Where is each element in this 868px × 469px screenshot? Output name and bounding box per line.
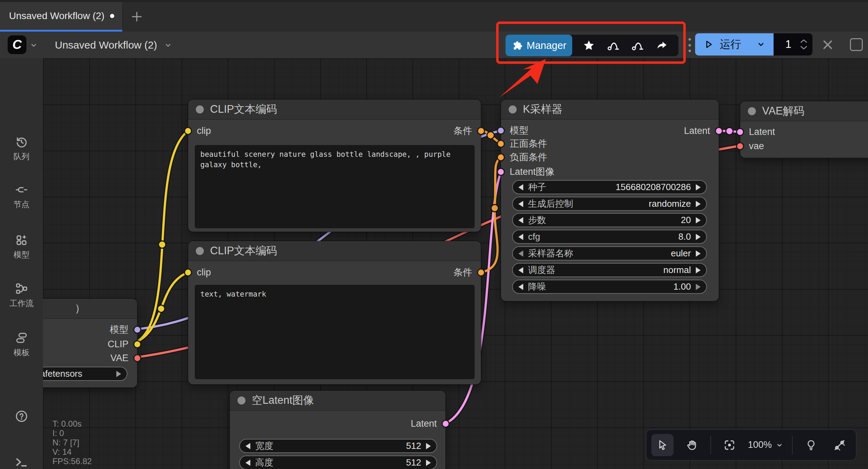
output-port-latent[interactable]: Latent	[684, 126, 723, 136]
node-clip-text-encode-positive[interactable]: CLIP文本编码 clip 条件 beautiful scenery natur…	[188, 100, 481, 232]
logo-menu-chevron-icon[interactable]	[29, 41, 38, 51]
node-canvas[interactable]: ） 模型 CLIP VAE p16.safetensors CLIP文本编码 c…	[43, 58, 868, 469]
widget-width[interactable]: 宽度 512	[239, 439, 437, 453]
input-port-clip[interactable]: clip	[184, 126, 211, 136]
decrement-arrow-icon[interactable]	[245, 460, 250, 466]
decrement-arrow-icon[interactable]	[518, 250, 523, 257]
input-port-positive[interactable]: 正面条件	[497, 138, 547, 149]
widget-cfg[interactable]: cfg 8.0	[512, 230, 707, 244]
toggle-link-visibility-button[interactable]	[801, 435, 821, 455]
increment-arrow-icon[interactable]	[426, 443, 431, 449]
port-dot-latent[interactable]	[442, 420, 450, 428]
comfyui-logo[interactable]: C	[8, 35, 26, 54]
sidebar-item-nodes[interactable]: 节点	[0, 183, 43, 210]
port-dot-vae[interactable]	[736, 142, 744, 150]
sidebar-item-help[interactable]	[0, 409, 43, 423]
input-port-latent[interactable]: Latent	[736, 127, 775, 137]
decrement-arrow-icon[interactable]	[518, 217, 523, 223]
new-workflow-tab-button[interactable]	[127, 7, 147, 26]
sidebar-item-models[interactable]: 模型	[0, 233, 43, 260]
output-port-clip[interactable]: CLIP	[108, 339, 141, 349]
toggle-links-button[interactable]	[829, 435, 850, 455]
input-port-clip[interactable]: clip	[184, 267, 211, 278]
port-dot-latent[interactable]	[736, 128, 744, 136]
port-dot-clip[interactable]	[184, 268, 192, 276]
increment-arrow-icon[interactable]	[696, 250, 701, 257]
stepper-up-icon[interactable]	[800, 39, 808, 43]
port-dot-clip[interactable]	[133, 340, 141, 348]
widget-height[interactable]: 高度 512	[239, 455, 437, 469]
decrement-arrow-icon[interactable]	[245, 443, 250, 449]
input-port-latent-image[interactable]: Latent图像	[497, 167, 554, 177]
share-button[interactable]	[654, 38, 669, 53]
output-port-model[interactable]: 模型	[110, 324, 141, 335]
sidebar-item-templates[interactable]: 模板	[0, 331, 43, 358]
zoom-level-dropdown[interactable]: 100%	[748, 440, 784, 450]
manager-button[interactable]: Manager	[506, 35, 572, 56]
port-dot-conditioning[interactable]	[477, 268, 485, 276]
node-title-bar[interactable]: ）	[43, 299, 137, 319]
output-port-latent[interactable]: Latent	[411, 418, 450, 429]
increment-arrow-icon[interactable]	[116, 371, 121, 377]
node-checkpoint-loader[interactable]: ） 模型 CLIP VAE p16.safetensors	[43, 299, 137, 387]
increment-arrow-icon[interactable]	[696, 184, 701, 190]
input-port-model[interactable]: 模型	[497, 125, 528, 136]
port-dot-conditioning[interactable]	[497, 153, 505, 161]
node-title-bar[interactable]: K采样器	[501, 100, 719, 120]
node-title-bar[interactable]: VAE解码	[740, 101, 868, 121]
decrement-arrow-icon[interactable]	[518, 201, 523, 207]
node-empty-latent-image[interactable]: 空Latent图像 Latent 宽度 512 高度 512	[230, 391, 445, 469]
widget-ckpt-name[interactable]: p16.safetensors	[43, 367, 127, 381]
prompt-textarea[interactable]: text, watermark	[195, 285, 475, 379]
clean-workflow-button[interactable]	[606, 38, 621, 53]
increment-arrow-icon[interactable]	[696, 267, 701, 273]
clean-all-button[interactable]	[630, 38, 645, 53]
port-dot-clip[interactable]	[184, 127, 192, 135]
widget-steps[interactable]: 步数 20	[512, 213, 707, 227]
node-ksampler[interactable]: K采样器 模型 正面条件 负面条件 Latent图像 Latent 种子 156…	[501, 100, 719, 301]
run-options-chevron-icon[interactable]	[757, 39, 765, 50]
workflow-title-dropdown[interactable]: Unsaved Workflow (2)	[55, 32, 173, 58]
widget-denoise[interactable]: 降噪 1.00	[512, 280, 707, 294]
port-dot-vae[interactable]	[133, 354, 141, 362]
select-tool-button[interactable]	[651, 434, 674, 456]
node-title-bar[interactable]: CLIP文本编码	[188, 241, 481, 261]
node-title-bar[interactable]: 空Latent图像	[230, 391, 445, 411]
pan-tool-button[interactable]	[682, 435, 702, 455]
node-vae-decode[interactable]: VAE解码 Latent vae 图像	[740, 101, 868, 158]
batch-count-input[interactable]: 1	[774, 33, 812, 56]
widget-scheduler[interactable]: 调度器 normal	[512, 263, 707, 277]
port-dot-model[interactable]	[497, 127, 505, 135]
output-port-vae[interactable]: VAE	[110, 353, 141, 363]
input-port-vae[interactable]: vae	[736, 141, 764, 151]
fit-view-button[interactable]	[719, 435, 740, 455]
sidebar-item-workflows[interactable]: 工作流	[0, 282, 43, 309]
port-dot-latent[interactable]	[715, 127, 723, 135]
node-clip-text-encode-negative[interactable]: CLIP文本编码 clip 条件 text, watermark	[188, 241, 481, 384]
sidebar-item-queue[interactable]: 队列	[0, 135, 43, 162]
increment-arrow-icon[interactable]	[696, 201, 701, 207]
increment-arrow-icon[interactable]	[696, 217, 701, 223]
cancel-run-button[interactable]	[821, 38, 835, 52]
prompt-textarea[interactable]: beautiful scenery nature glass bottle la…	[195, 145, 475, 228]
port-dot-model[interactable]	[133, 326, 141, 334]
decrement-arrow-icon[interactable]	[518, 184, 523, 190]
favorites-button[interactable]	[581, 38, 596, 53]
node-title-bar[interactable]: CLIP文本编码	[188, 100, 481, 120]
increment-arrow-icon[interactable]	[696, 234, 701, 240]
widget-control-after-generate[interactable]: 生成后控制 randomize	[512, 197, 707, 211]
run-button[interactable]: 运行	[695, 33, 774, 56]
decrement-arrow-icon[interactable]	[518, 234, 523, 240]
stop-button[interactable]	[850, 38, 863, 51]
increment-arrow-icon[interactable]	[426, 460, 431, 466]
decrement-arrow-icon[interactable]	[518, 284, 523, 290]
stepper-down-icon[interactable]	[800, 45, 808, 50]
widget-sampler-name[interactable]: 采样器名称 euler	[512, 246, 707, 261]
workflow-tab[interactable]: Unsaved Workflow (2)	[0, 2, 122, 30]
sidebar-item-terminal[interactable]	[0, 455, 43, 469]
toolbar-drag-handle[interactable]	[687, 38, 692, 52]
output-port-conditioning[interactable]: 条件	[453, 126, 485, 136]
input-port-negative[interactable]: 负面条件	[497, 152, 547, 162]
increment-arrow-icon[interactable]	[696, 284, 701, 290]
decrement-arrow-icon[interactable]	[518, 267, 523, 273]
